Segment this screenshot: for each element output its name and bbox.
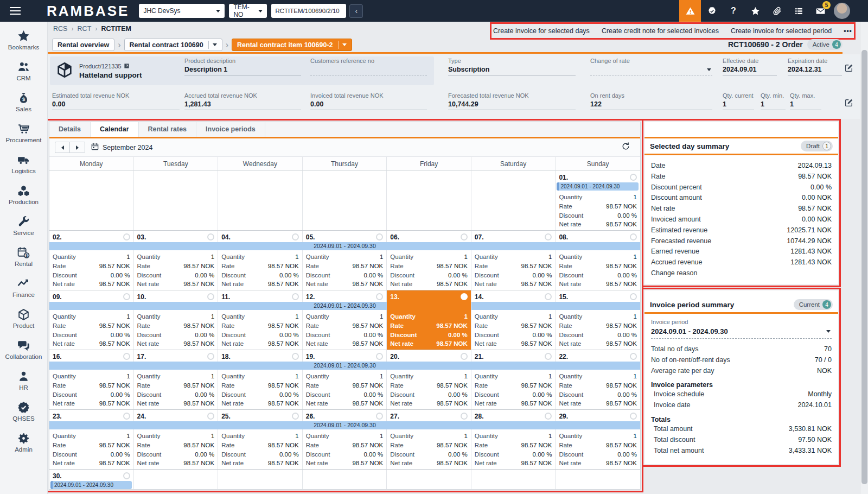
field-qty-max[interactable]: Qty. max.1 bbox=[790, 92, 821, 110]
field-customers-reference-no[interactable]: Customers reference no bbox=[310, 58, 427, 75]
day-cell-30[interactable]: 30.2024.09.01 - 2024.09.30 bbox=[49, 470, 134, 489]
field-value[interactable]: 2024.12.31 bbox=[788, 66, 842, 75]
day-select-radio[interactable] bbox=[461, 293, 468, 300]
day-cell-20[interactable]: 20.Quantity1Rate98.57 NOKDiscount0.00 %N… bbox=[387, 350, 471, 409]
field-qty-current[interactable]: Qty. current1 bbox=[723, 92, 754, 110]
day-select-radio[interactable] bbox=[292, 353, 299, 360]
invoice-period-select[interactable]: 2024.09.01 - 2024.09.30 bbox=[651, 325, 832, 339]
field-value[interactable]: 1 bbox=[790, 100, 821, 110]
day-cell-14[interactable]: 14.Quantity1Rate98.57 NOKDiscount0.00 %N… bbox=[471, 290, 556, 350]
field-value[interactable]: 1 bbox=[761, 100, 786, 110]
day-select-radio[interactable] bbox=[376, 413, 383, 420]
create-credit-note-for-selected-invoices-button[interactable]: Create credit note for selected invoices bbox=[602, 27, 719, 35]
day-cell-21[interactable]: 21.Quantity1Rate98.57 NOKDiscount0.00 %N… bbox=[471, 350, 556, 409]
tab-calendar[interactable]: Calendar bbox=[91, 122, 139, 137]
field-type[interactable]: TypeSubscription bbox=[448, 58, 576, 75]
favorites-star-icon[interactable] bbox=[744, 0, 766, 22]
create-invoice-for-selected-period-button[interactable]: Create invoice for selected period bbox=[731, 27, 832, 35]
create-invoice-for-selected-days-button[interactable]: Create invoice for selected days bbox=[493, 27, 590, 35]
period-banner[interactable]: 2024.09.01 - 2024.09.30 bbox=[50, 481, 132, 489]
day-select-radio[interactable] bbox=[292, 413, 299, 420]
sidebar-item-service[interactable]: Service bbox=[0, 214, 47, 245]
sidebar-item-finance[interactable]: Finance bbox=[0, 276, 47, 307]
day-cell-09[interactable]: 09.Quantity1Rate98.57 NOKDiscount0.00 %N… bbox=[49, 290, 134, 350]
day-select-radio[interactable] bbox=[545, 293, 552, 300]
day-select-radio[interactable] bbox=[376, 353, 383, 360]
next-month-button[interactable] bbox=[70, 142, 85, 153]
external-link-icon[interactable] bbox=[124, 63, 130, 70]
day-select-radio[interactable] bbox=[123, 353, 130, 360]
hamburger-menu-icon[interactable] bbox=[10, 7, 21, 15]
tab-invoice-periods[interactable]: Invoice periods bbox=[196, 122, 265, 137]
sidebar-item-product[interactable]: Product bbox=[0, 307, 47, 338]
day-cell-15[interactable]: 15.Quantity1Rate98.57 NOKDiscount0.00 %N… bbox=[556, 290, 640, 350]
day-cell-03[interactable]: 03.Quantity1Rate98.57 NOKDiscount0.00 %N… bbox=[134, 231, 219, 290]
day-select-radio[interactable] bbox=[376, 233, 383, 240]
chevron-down-icon[interactable] bbox=[213, 43, 217, 46]
field-value[interactable]: 122 bbox=[590, 100, 712, 110]
day-cell-23[interactable]: 23.Quantity1Rate98.57 NOKDiscount0.00 %N… bbox=[49, 410, 134, 469]
day-cell-18[interactable]: 18.Quantity1Rate98.57 NOKDiscount0.00 %N… bbox=[218, 350, 303, 409]
address-input[interactable]: RCTITEM/100690/2/10 bbox=[271, 4, 346, 18]
day-select-radio[interactable] bbox=[545, 353, 552, 360]
prev-month-button[interactable] bbox=[55, 142, 70, 153]
sidebar-item-sales[interactable]: $Sales bbox=[0, 90, 47, 121]
refresh-icon[interactable] bbox=[621, 142, 630, 153]
day-cell-26[interactable]: 26.Quantity1Rate98.57 NOKDiscount0.00 %N… bbox=[303, 410, 387, 469]
back-button[interactable]: ‹ bbox=[349, 4, 363, 18]
chevron-down-icon[interactable] bbox=[707, 68, 711, 71]
day-cell-13[interactable]: 13.Quantity1Rate98.57 NOKDiscount0.00 %N… bbox=[387, 290, 471, 350]
day-select-radio[interactable] bbox=[461, 353, 468, 360]
attachment-icon[interactable] bbox=[766, 0, 788, 22]
day-cell-29[interactable]: 29.Quantity1Rate98.57 NOKDiscount0.00 %N… bbox=[556, 410, 640, 469]
day-select-radio[interactable] bbox=[123, 293, 130, 300]
day-select-radio[interactable] bbox=[123, 472, 130, 479]
field-effective-date[interactable]: Effective date2024.09.01 bbox=[723, 58, 777, 75]
field-expiration-date[interactable]: Expiration date2024.12.31 bbox=[788, 58, 842, 75]
sidebar-item-crm[interactable]: CRM bbox=[0, 59, 47, 90]
day-select-radio[interactable] bbox=[292, 233, 299, 240]
day-select-radio[interactable] bbox=[123, 233, 130, 240]
mail-icon[interactable]: 5 bbox=[809, 0, 831, 22]
day-cell-22[interactable]: 22.Quantity1Rate98.57 NOKDiscount0.00 %N… bbox=[556, 350, 640, 409]
day-cell-06[interactable]: 06.Quantity1Rate98.57 NOKDiscount0.00 %N… bbox=[387, 231, 471, 290]
day-select-radio[interactable] bbox=[545, 413, 552, 420]
day-select-radio[interactable] bbox=[630, 233, 637, 240]
day-cell-17[interactable]: 17.Quantity1Rate98.57 NOKDiscount0.00 %N… bbox=[134, 350, 219, 409]
field-forecasted-total-revenue-nok[interactable]: Forecasted total revenue NOK10,744.29 bbox=[448, 92, 576, 110]
day-select-radio[interactable] bbox=[376, 293, 383, 300]
task-list-icon[interactable] bbox=[788, 0, 809, 22]
field-value[interactable] bbox=[590, 66, 712, 75]
field-value[interactable]: Description 1 bbox=[184, 66, 301, 75]
day-cell-27[interactable]: 27.Quantity1Rate98.57 NOKDiscount0.00 %N… bbox=[387, 410, 471, 469]
day-cell-11[interactable]: 11.Quantity1Rate98.57 NOKDiscount0.00 %N… bbox=[218, 290, 303, 350]
sidebar-item-hr[interactable]: HR bbox=[0, 369, 47, 400]
day-cell-19[interactable]: 19.Quantity1Rate98.57 NOKDiscount0.00 %N… bbox=[303, 350, 387, 409]
day-select-radio[interactable] bbox=[207, 353, 214, 360]
field-value[interactable]: 0.00 bbox=[52, 100, 180, 110]
tab-rental-rates[interactable]: Rental rates bbox=[139, 122, 197, 137]
breadcrumb-item-rctitem[interactable]: RCTITEM bbox=[101, 25, 131, 33]
context-tab-rental-overview[interactable]: Rental overview bbox=[52, 39, 114, 51]
sidebar-item-bookmarks[interactable]: Bookmarks bbox=[0, 28, 47, 59]
day-select-radio[interactable] bbox=[630, 293, 637, 300]
day-select-radio[interactable] bbox=[630, 353, 637, 360]
sidebar-item-rental[interactable]: $Rental bbox=[0, 245, 47, 276]
day-select-radio[interactable] bbox=[292, 293, 299, 300]
day-select-radio[interactable] bbox=[123, 413, 130, 420]
system-select[interactable]: JHC DevSys bbox=[139, 4, 225, 18]
day-cell-10[interactable]: 10.Quantity1Rate98.57 NOKDiscount0.00 %N… bbox=[134, 290, 219, 350]
vertical-scrollbar[interactable] bbox=[860, 22, 868, 494]
sidebar-item-admin[interactable]: Admin bbox=[0, 430, 47, 461]
day-select-radio[interactable] bbox=[207, 233, 214, 240]
field-value[interactable]: Subscription bbox=[448, 66, 576, 75]
day-cell-12[interactable]: 12.Quantity1Rate98.57 NOKDiscount0.00 %N… bbox=[303, 290, 387, 350]
day-cell-02[interactable]: 02.Quantity1Rate98.57 NOKDiscount0.00 %N… bbox=[49, 231, 134, 290]
sidebar-item-qhses[interactable]: QHSES bbox=[0, 400, 47, 430]
day-select-radio[interactable] bbox=[207, 413, 214, 420]
day-cell-01[interactable]: 01.2024.09.01 - 2024.09.30Quantity1Rate9… bbox=[556, 171, 640, 230]
breadcrumb-item-rct[interactable]: RCT bbox=[78, 25, 92, 33]
scrollbar-thumb[interactable] bbox=[861, 50, 867, 484]
period-banner[interactable]: 2024.09.01 - 2024.09.30 bbox=[49, 302, 640, 310]
edit-icon[interactable] bbox=[844, 98, 854, 107]
